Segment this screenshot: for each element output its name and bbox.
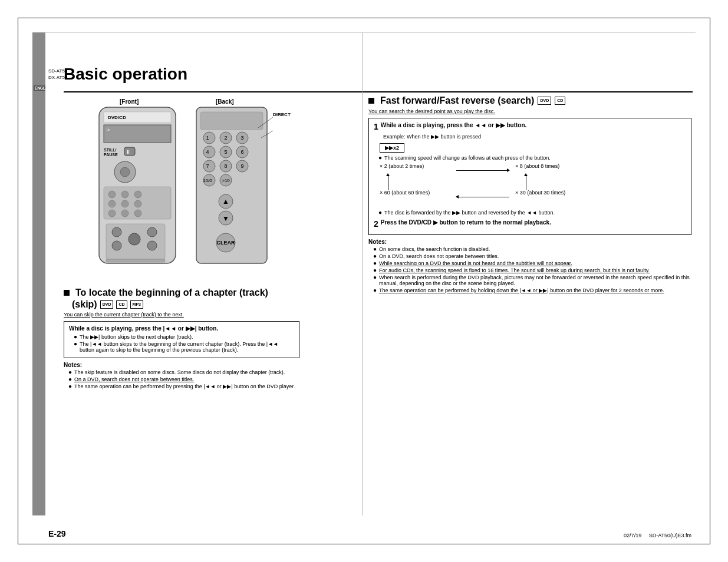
svg-point-25 xyxy=(112,227,121,237)
ff-bullet-icon xyxy=(368,98,374,104)
skip-subtitle: You can skip the current chapter (track)… xyxy=(64,312,299,318)
skip-title-row2: (skip) DVD CD MP3 xyxy=(72,299,299,310)
svg-point-39 xyxy=(203,160,215,172)
svg-point-27 xyxy=(112,241,121,250)
svg-point-28 xyxy=(147,241,157,250)
skip-note-2: ● On a DVD, search does not operate betw… xyxy=(64,376,299,382)
arrow-left-head xyxy=(456,195,459,199)
page-number: E-29 xyxy=(48,529,66,538)
arrow-up-right-head xyxy=(524,173,528,176)
ff-bullet-dot-1: ● xyxy=(378,154,382,161)
title-underline xyxy=(64,91,693,92)
svg-text:1: 1 xyxy=(206,135,209,141)
page-border-left xyxy=(18,18,18,544)
skip-note-3: ● The same operation can be performed by… xyxy=(64,384,299,389)
svg-text:7: 7 xyxy=(206,163,209,169)
svg-text:STILL/: STILL/ xyxy=(104,148,116,152)
svg-rect-32 xyxy=(200,112,263,130)
svg-text:1▶: 1▶ xyxy=(106,128,111,131)
skip-title: To locate the beginning of a chapter (tr… xyxy=(64,287,299,298)
skip-title-text: To locate the beginning of a chapter (tr… xyxy=(75,287,268,298)
ff-step1-text: While a disc is playing, press the ◄◄ or… xyxy=(381,122,527,128)
ff-example-display: ▶▶x2 xyxy=(380,143,404,153)
skip-instruction-box: While a disc is playing, press the |◄◄ o… xyxy=(64,321,299,358)
arrow-right-1 xyxy=(456,170,509,171)
remote-illustration: [Front] [Back] DIRECT DVD/CD 1▶ STILL/ P… xyxy=(64,95,294,284)
skip-bullet-1: ● The ▶▶| button skips to the next chapt… xyxy=(69,334,294,340)
bullet-dot-2: ● xyxy=(74,340,77,347)
ff-note-dot-2: ● xyxy=(373,253,377,259)
svg-text:4: 4 xyxy=(206,149,209,155)
footer-file: SD-AT50(U)E3.fm xyxy=(649,533,691,538)
skip-note-text-1: The skip feature is disabled on some dis… xyxy=(74,369,285,375)
svg-text:2: 2 xyxy=(224,135,227,141)
ff-step2-text: Press the DVD/CD ▶ button to return to t… xyxy=(381,219,551,226)
svg-text:DIRECT: DIRECT xyxy=(273,112,291,117)
svg-point-20 xyxy=(134,200,141,207)
ff-bullet-1: ● The scanning speed will change as foll… xyxy=(374,155,686,161)
bullet-dot-1: ● xyxy=(74,333,77,340)
svg-text:▼: ▼ xyxy=(222,214,229,223)
svg-point-29 xyxy=(129,233,140,245)
svg-text:3: 3 xyxy=(241,135,243,141)
page-border-bottom xyxy=(18,544,710,544)
svg-text:5: 5 xyxy=(224,149,227,155)
ff-instruction-box: 1 While a disc is playing, press the ◄◄ … xyxy=(368,118,691,235)
ff-note-3: ● While searching on a DVD the sound is … xyxy=(368,260,691,266)
skip-bullet-text-2: The |◄◄ button skips to the beginning of… xyxy=(80,341,294,353)
skip-note-text-3: The same operation can be performed by p… xyxy=(74,384,295,389)
sidebar-bar xyxy=(32,32,45,515)
fast-forward-section: Fast forward/Fast reverse (search) DVD C… xyxy=(368,95,691,295)
footer-info: 02/7/19 SD-AT50(U)E3.fm xyxy=(624,533,691,538)
ff-note-text-5: When search is performed during the DVD … xyxy=(379,275,691,286)
inner-line-top xyxy=(32,32,696,33)
ff-title-row: Fast forward/Fast reverse (search) DVD C… xyxy=(368,95,691,106)
svg-text:CLEAR: CLEAR xyxy=(217,240,235,246)
skip-note-dot-2: ● xyxy=(68,376,72,382)
ff-note-text-3: While searching on a DVD the sound is no… xyxy=(379,260,572,266)
ff-cd-badge: CD xyxy=(555,97,565,105)
skip-note-dot-1: ● xyxy=(68,369,72,375)
svg-text:DVD/CD: DVD/CD xyxy=(108,115,126,120)
svg-rect-30 xyxy=(106,259,165,262)
svg-point-16 xyxy=(121,191,129,198)
ff-dvd-badge: DVD xyxy=(538,97,551,105)
footer-date: 02/7/19 xyxy=(624,533,641,538)
skip-section: To locate the beginning of a chapter (tr… xyxy=(64,287,299,391)
svg-text:6: 6 xyxy=(241,149,243,155)
ff-note-6: ● The same operation can be performed by… xyxy=(368,287,691,293)
page-border-right xyxy=(710,18,710,544)
svg-text:[Front]: [Front] xyxy=(120,98,139,105)
skip-bullet-2: ● The |◄◄ button skips to the beginning … xyxy=(69,341,294,353)
ff-bullet-text-2: The disc is forwarded by the ▶▶ button a… xyxy=(384,210,555,216)
ff-note-dot-6: ● xyxy=(373,287,377,293)
svg-text:10/0: 10/0 xyxy=(203,178,212,183)
arrow-left-1 xyxy=(456,197,509,197)
ff-note-dot-5: ● xyxy=(373,274,377,280)
ff-step1-number: 1 xyxy=(374,122,378,131)
mp3-badge: MP3 xyxy=(130,300,143,309)
arrow-up-left-head xyxy=(386,173,390,176)
ff-step1-row: 1 While a disc is playing, press the ◄◄ … xyxy=(374,122,686,131)
ff-bullet-dot-2: ● xyxy=(378,209,382,216)
svg-rect-6 xyxy=(104,125,171,143)
svg-point-26 xyxy=(147,227,157,237)
svg-text:▲: ▲ xyxy=(222,197,229,206)
speed-diagram: × 2 (about 2 times) × 8 (about 8 times) … xyxy=(380,163,680,207)
ff-note-text-1: On some discs, the search function is di… xyxy=(379,246,490,252)
skip-note-dot-3: ● xyxy=(68,383,72,389)
svg-point-33 xyxy=(203,132,215,144)
svg-text:8: 8 xyxy=(224,163,227,169)
svg-text:⏸: ⏸ xyxy=(126,149,131,155)
arrow-right-head xyxy=(507,168,510,172)
skip-notes-title: Notes: xyxy=(64,362,299,368)
language-label: ENGLISH xyxy=(34,85,45,91)
ff-notes-title: Notes: xyxy=(368,239,691,245)
page-title: Basic operation xyxy=(64,65,187,84)
ff-step2-number: 2 xyxy=(374,219,378,229)
ff-bullet-2: ● The disc is forwarded by the ▶▶ button… xyxy=(374,210,686,216)
vertical-divider xyxy=(363,32,363,515)
ff-note-text-2: On a DVD, search does not operate betwee… xyxy=(379,253,499,259)
svg-point-22 xyxy=(121,210,129,217)
svg-point-13 xyxy=(120,167,130,177)
